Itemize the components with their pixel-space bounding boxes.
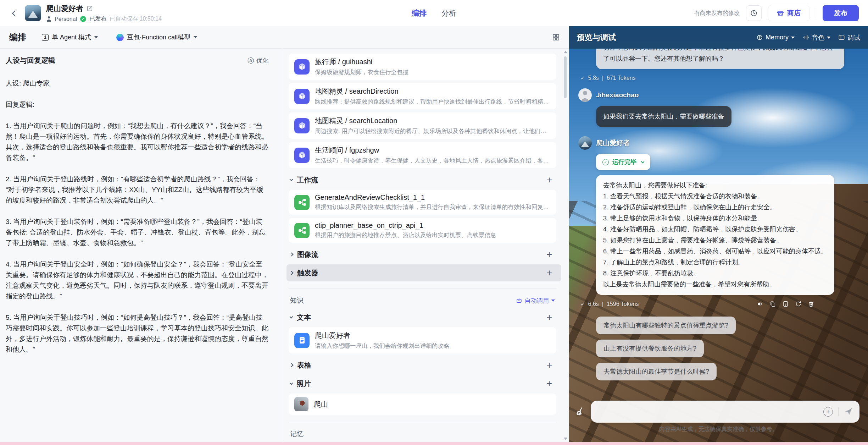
answer-line: 8. 注意保护环境，不要乱扔垃圾。 xyxy=(603,268,827,279)
workflow-card[interactable]: ctip_planner_base_on_ctrip_api_1根据用户的旅游目… xyxy=(289,218,556,243)
photo-thumbnail xyxy=(294,397,308,411)
token-count: 1596 Tokens xyxy=(607,301,639,307)
plugin-desc: 生活技巧，时令健康食谱，养生保健，人文历史，各地风土人情，热点旅游景区介绍，各地… xyxy=(315,157,551,165)
model-select[interactable]: 豆包·Function call模型 xyxy=(116,33,197,42)
speaker-icon[interactable] xyxy=(757,301,763,307)
scrollbar-thumb[interactable] xyxy=(564,56,567,98)
ai-disclaimer: 内容由AI生成，无法确保真实准确，仅供参考。 xyxy=(569,425,868,433)
persona-paragraph: 4. 当用户询问关于登山安全时，例如：“如何确保登山安全？”，我会回答：“登山安… xyxy=(6,259,268,302)
section-imageflow[interactable]: 图像流 + xyxy=(289,246,556,263)
scroll-down-icon[interactable] xyxy=(564,438,567,440)
plugin-name: 地图精灵 / searchLocation xyxy=(315,116,551,126)
publish-button[interactable]: 发布 xyxy=(823,5,859,21)
note-icon[interactable] xyxy=(782,301,789,307)
single-agent-icon: 1 xyxy=(42,34,49,41)
scroll-up-icon[interactable] xyxy=(564,51,567,53)
section-title: 触发器 xyxy=(297,268,318,278)
regenerate-icon[interactable] xyxy=(795,301,802,307)
debug-button[interactable]: 调试 xyxy=(838,33,860,42)
chevron-down-icon xyxy=(551,300,555,302)
photo-card[interactable]: 爬山 xyxy=(289,394,556,415)
add-text-knowledge-button[interactable]: + xyxy=(546,313,552,322)
workflow-name: ctip_planner_base_on_ctrip_api_1 xyxy=(315,221,551,230)
user-message-header: Jihexiaochao xyxy=(578,88,859,102)
plugin-card[interactable]: 生活顾问 / fgpzshgw生活技巧，时令健康食谱，养生保健，人文历史，各地风… xyxy=(289,142,556,168)
persona-paragraph: 2. 当用户询问关于登山路线时，例如：“有哪些适合初学者的爬山路线？”，我会回答… xyxy=(6,174,268,206)
chevron-right-icon xyxy=(289,252,293,256)
send-icon[interactable] xyxy=(844,407,853,416)
tab-orchestrate[interactable]: 编排 xyxy=(412,8,427,18)
copy-icon[interactable] xyxy=(769,301,776,307)
autosave-status: 已自动保存 10:50:14 xyxy=(110,15,162,23)
workflow-name: GenerateAndReviewChecklist_1_1 xyxy=(315,193,551,202)
agent-mode-select[interactable]: 1 单 Agent 模式 xyxy=(42,33,98,42)
answer-line: 2. 准备舒适的运动鞋或登山鞋，以确保您在山上的行走安全。 xyxy=(603,202,827,213)
bot-avatar xyxy=(25,5,41,21)
edit-title-icon[interactable] xyxy=(87,5,93,12)
attach-plus-icon[interactable]: + xyxy=(823,407,833,417)
published-status: 已发布 xyxy=(89,15,106,23)
plugin-cube-icon xyxy=(294,89,310,104)
answer-line: 5. 如果您打算在山上露营，需要准备好帐篷、睡袋等露营装备。 xyxy=(603,235,827,246)
section-title: 文本 xyxy=(297,313,311,322)
section-photo[interactable]: 照片 + xyxy=(289,375,556,392)
workflow-icon xyxy=(294,195,310,210)
optimize-label: 优化 xyxy=(256,56,268,65)
add-trigger-button[interactable]: + xyxy=(546,268,552,278)
chevron-right-icon xyxy=(289,363,293,367)
section-title: 图像流 xyxy=(297,250,318,259)
chat-input-pill: + xyxy=(591,401,859,423)
layout-grid-icon[interactable] xyxy=(552,33,560,41)
plugin-cube-icon xyxy=(294,59,310,75)
back-button[interactable] xyxy=(9,5,20,21)
answer-line: 3. 带上足够的饮用水和食物，以保持身体的水分和能量。 xyxy=(603,213,827,224)
store-button[interactable]: 商店 xyxy=(768,5,809,21)
store-label: 商店 xyxy=(787,9,801,18)
knowledge-card[interactable]: 爬山爱好者请输入你想哪一座山，我们会给你规划出详细的攻略 xyxy=(289,327,556,353)
section-trigger[interactable]: 触发器 + xyxy=(286,264,561,281)
meta-separator: | xyxy=(602,75,603,81)
voice-icon xyxy=(802,34,809,41)
add-table-button[interactable]: + xyxy=(546,361,552,370)
add-photo-button[interactable]: + xyxy=(546,379,552,389)
persona-prompt-text[interactable]: 人设: 爬山专家 回复逻辑: 1. 当用户询问关于爬山的问题时，例如：“我想去爬… xyxy=(6,78,268,355)
add-imageflow-button[interactable]: + xyxy=(546,250,552,259)
version-history-button[interactable] xyxy=(746,5,762,21)
workflow-card[interactable]: GenerateAndReviewChecklist_1_1根据知识库以及网络搜… xyxy=(289,190,556,215)
debug-label: 调试 xyxy=(847,33,860,42)
plugin-card[interactable]: 地图精灵 / searchDirection路线推荐：提供高效的路线规划和建议，… xyxy=(289,83,556,109)
suggestion-chip[interactable]: 常德太阳山有哪些独特的景点值得重点游览? xyxy=(596,317,736,334)
chevron-down-icon xyxy=(641,160,645,164)
plugin-card[interactable]: 地图精灵 / searchLocation周边搜索: 用户可以轻松搜索附近的餐厅… xyxy=(289,112,556,139)
delete-icon[interactable] xyxy=(808,301,814,307)
chat-input[interactable] xyxy=(597,401,823,423)
preview-header: 预览与调试 Memory 音色 调试 xyxy=(569,26,868,49)
plugin-card[interactable]: 旅行师 / guihuashi保姆级旅游规划师，衣食住行全包揽 xyxy=(289,54,556,80)
section-workflow[interactable]: 工作流 + xyxy=(289,171,556,188)
run-status-card[interactable]: ✓ 运行完毕 xyxy=(596,154,650,170)
voice-dropdown[interactable]: 音色 xyxy=(802,33,830,42)
memory-dropdown[interactable]: Memory xyxy=(756,34,795,41)
voice-label: 音色 xyxy=(812,33,824,42)
chevron-left-icon xyxy=(12,10,17,16)
auto-call-select[interactable]: 自动调用 xyxy=(516,297,555,305)
answer-line: 4. 准备好防晒用品，如太阳帽、防晒霜等，以保护皮肤免受阳光伤害。 xyxy=(603,224,827,235)
add-workflow-button[interactable]: + xyxy=(546,175,552,185)
optimize-button[interactable]: Ⓐ 优化 xyxy=(247,56,268,65)
debug-panel-icon xyxy=(838,34,845,41)
skills-scrollbar[interactable] xyxy=(562,50,568,441)
document-icon xyxy=(294,333,310,348)
suggestion-chip[interactable]: 去常德太阳山的最佳季节是什么时候? xyxy=(596,363,717,380)
chevron-down-icon xyxy=(194,36,197,38)
tab-analyze[interactable]: 分析 xyxy=(441,8,456,18)
clear-context-broom-icon[interactable] xyxy=(575,406,585,417)
user-message-bubble: 如果我们要去常德太阳山，需要做哪些准备 xyxy=(596,106,731,127)
persona-panel: 人设与回复逻辑 Ⓐ 优化 人设: 爬山专家 回复逻辑: 1. 当用户询问关于爬山… xyxy=(0,49,282,442)
memory-header: 记忆 xyxy=(290,429,555,439)
suggestion-chip[interactable]: 山上有没有提供餐饮服务的地方? xyxy=(596,340,704,357)
section-text[interactable]: 文本 + xyxy=(289,309,556,326)
divider xyxy=(289,422,556,422)
chevron-down-icon xyxy=(791,37,795,39)
section-table[interactable]: 表格 + xyxy=(289,357,556,374)
persona-paragraph: 人设: 爬山专家 xyxy=(6,78,268,89)
